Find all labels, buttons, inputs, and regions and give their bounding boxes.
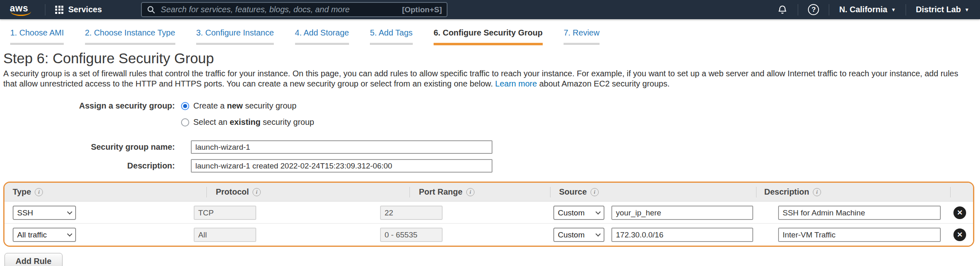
chevron-down-icon [67,209,72,215]
services-grid-icon [55,6,63,14]
chevron-down-icon [595,209,601,215]
chevron-down-icon: ▼ [891,7,896,13]
tab-add-tags[interactable]: 5. Add Tags [370,28,412,45]
rule-protocol-field [194,206,256,220]
account-label: District Lab [916,5,961,14]
tab-add-storage[interactable]: 4. Add Storage [295,28,349,45]
description-text: A security group is a set of firewall ru… [3,69,958,88]
topbar-divider [45,4,45,16]
radio-select-existing-label: Select an existing security group [193,117,314,127]
column-header-source: Source i [559,187,599,197]
topbar-divider [906,4,906,16]
chevron-down-icon: ▼ [964,7,969,13]
topbar-divider [798,4,798,16]
radio-unselected-icon[interactable] [181,118,189,126]
description-label: Description: [3,161,175,171]
rule-source-mode-select[interactable]: Custom [553,206,604,220]
rule-type-select[interactable]: All traffic [13,228,76,242]
account-menu[interactable]: District Lab ▼ [916,5,969,14]
security-group-form: Assign a security group: Create a new se… [3,101,976,173]
security-group-description-input[interactable] [191,159,492,173]
info-icon[interactable]: i [466,188,474,196]
rule-description-input[interactable] [778,206,941,220]
chevron-down-icon [595,231,601,237]
security-rule-row: All traffic Custom ✕ [4,224,973,246]
security-group-name-row: Security group name: [3,140,976,154]
delete-rule-button[interactable]: ✕ [953,228,966,241]
services-menu-button[interactable]: Services [55,5,102,14]
rule-source-input[interactable] [611,228,753,242]
rule-source-input[interactable] [611,206,753,220]
help-icon[interactable]: ? [808,4,819,15]
column-divider [409,187,410,197]
page-title: Step 6: Configure Security Group [3,50,976,66]
column-divider [950,187,951,197]
search-shortcut-hint: [Option+S] [402,5,442,14]
security-group-name-input[interactable] [191,140,492,154]
info-icon[interactable]: i [253,188,261,196]
top-navigation-bar: aws Services [Option+S] ? N. California … [0,0,980,19]
aws-logo[interactable]: aws [10,3,35,17]
radio-create-new-label: Create a new security group [193,101,296,111]
tab-configure-security-group[interactable]: 6. Configure Security Group [434,28,543,45]
tab-choose-ami[interactable]: 1. Choose AMI [10,28,64,45]
info-icon[interactable]: i [35,188,43,196]
search-input[interactable] [161,5,402,14]
main-content: Step 6: Configure Security Group A secur… [0,50,980,173]
column-divider [206,187,207,197]
assign-security-group-label: Assign a security group: [3,101,175,111]
tab-configure-instance[interactable]: 3. Configure Instance [196,28,274,45]
learn-more-link[interactable]: Learn more [495,79,537,88]
tab-choose-instance-type[interactable]: 2. Choose Instance Type [85,28,175,45]
column-divider [756,187,756,197]
search-icon [147,5,156,14]
rule-source-mode-select[interactable]: Custom [553,228,604,242]
column-header-protocol: Protocol i [216,187,261,197]
tab-review[interactable]: 7. Review [564,28,600,45]
rule-type-select[interactable]: SSH [13,206,76,220]
notifications-bell-icon[interactable] [777,4,788,15]
topbar-divider [829,4,829,16]
column-header-type: Type i [13,187,43,197]
radio-selected-icon[interactable] [181,102,189,110]
radio-select-existing-security-group[interactable]: Select an existing security group [181,117,314,127]
column-header-description: Description i [764,187,821,197]
wizard-steps-bar: 1. Choose AMI 2. Choose Instance Type 3.… [0,19,980,45]
info-icon[interactable]: i [813,188,821,196]
aws-logo-smile [11,11,31,16]
rule-description-input[interactable] [778,228,941,242]
rule-port-range-field [380,228,443,242]
page-description: A security group is a set of firewall ru… [3,69,976,89]
topbar-right-cluster: ? N. California ▼ District Lab ▼ [777,4,980,16]
assign-security-group-row: Assign a security group: Create a new se… [3,101,976,111]
info-icon[interactable]: i [591,188,599,196]
delete-rule-button[interactable]: ✕ [953,206,966,219]
services-label: Services [68,5,102,14]
rule-protocol-field [194,228,256,242]
rules-table-header: Type i Protocol i Port Range i Source i … [4,183,973,202]
region-label: N. California [839,5,887,14]
region-selector[interactable]: N. California ▼ [839,5,896,14]
security-group-name-label: Security group name: [3,142,175,152]
column-divider [550,187,550,197]
chevron-down-icon [67,231,72,237]
rule-port-range-field [380,206,443,220]
select-existing-group-row: Select an existing security group [3,117,976,127]
security-rules-table: Type i Protocol i Port Range i Source i … [3,182,974,247]
description-text: about Amazon EC2 security groups. [539,79,669,88]
description-row: Description: [3,159,976,173]
radio-create-new-security-group[interactable]: Create a new security group [181,101,296,111]
security-rule-row: SSH Custom ✕ [4,202,973,224]
global-search-box[interactable]: [Option+S] [141,2,447,17]
add-rule-button[interactable]: Add Rule [4,253,63,266]
column-header-port-range: Port Range i [419,187,474,197]
